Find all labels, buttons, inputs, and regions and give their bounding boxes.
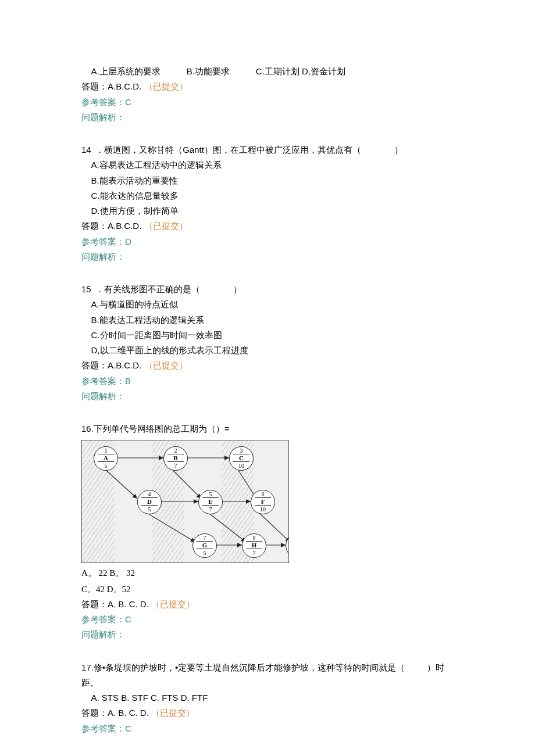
question-15: 15．有关线形图不正确的是（） A.与横道图的特点近似 B.能表达工程活动的逻辑…	[81, 282, 459, 404]
options-cd: C。42 D。52	[81, 582, 459, 597]
question-17: 17.修•条堤坝的护坡时，•定要等土堤自然沉降后才能修护坡，这种等待的时间就是（…	[81, 660, 459, 736]
network-node-C: 3C10	[229, 446, 254, 471]
optD: D,以二维平面上的线的形式表示工程进度	[81, 343, 459, 358]
submitted-flag: （已提交）	[144, 221, 188, 231]
ref-answer-line: 参考答案：C	[81, 721, 459, 736]
ref-answer-value: C	[125, 97, 131, 107]
optB: B.能表达工程活动的逻辑关系	[81, 313, 459, 328]
answer-prefix: 答题：A.B.C.D.	[81, 81, 141, 91]
network-node-G: 7G5	[192, 533, 217, 558]
analysis-label: 问题解析：	[81, 112, 125, 122]
ref-answer-label: 参考答案：	[81, 97, 125, 107]
analysis-line: 问题解析：	[81, 627, 459, 642]
analysis-line: 问题解析：	[81, 110, 459, 125]
question-13-options: A.上层系统的要求 B.功能要求 C.工期计划 D,资金计划	[81, 64, 459, 79]
question-16-stem: 16.下列单代号网络图的总工期为（）=	[81, 421, 459, 436]
answer-prefix: 答题：A.B.C.D.	[81, 221, 141, 231]
question-15-stem: 15．有关线形图不正确的是（）	[81, 282, 459, 297]
answer-line: 答题：A. B. C. D. （已提交）	[81, 705, 459, 721]
network-node-I: 9I10	[286, 533, 289, 558]
optB: B.能表示活动的重要性	[81, 173, 459, 188]
network-node-F: 6F10	[251, 490, 275, 514]
qstem: ．横道图，又称甘特（Gantt）图，在工程中被广泛应用，其优点有（	[95, 145, 361, 155]
network-node-A: 1A5	[94, 446, 118, 471]
question-17-options: A. STS B. STF C. FTS D. FTF	[81, 690, 459, 705]
submitted-flag: （已提交）	[144, 81, 188, 91]
answer-line: 答题：A. B. C. D. （已提交）	[81, 597, 459, 612]
network-diagram: 1A52B73C104D55E76F107G58H79I10	[81, 440, 289, 563]
ref-answer-line: 参考答案：D	[81, 234, 459, 249]
optC: C.分时间一距离图与时间一效率图	[81, 328, 459, 343]
ref-answer-line: 参考答案：C	[81, 612, 459, 627]
optD: D.使用方便，制作简单	[81, 203, 459, 218]
analysis-line: 问题解析：	[81, 249, 459, 264]
qnum: 14	[81, 145, 91, 155]
question-16: 16.下列单代号网络图的总工期为（）= 1A52B73C104D55E76F10…	[81, 421, 459, 643]
network-node-E: 5E7	[198, 490, 223, 514]
question-13: A.上层系统的要求 B.功能要求 C.工期计划 D,资金计划 答题：A.B.C.…	[81, 64, 459, 125]
ref-answer-line: 参考答案：C	[81, 95, 459, 110]
optC: C.能衣达的信息量较多	[81, 188, 459, 203]
optA: A.容易表达工程活动中的逻辑关系	[81, 157, 459, 173]
answer-line: 答题：A.B.C.D. （已提交）	[81, 358, 459, 373]
question-14-stem: 14．横道图，又称甘特（Gantt）图，在工程中被广泛应用，其优点有（）	[81, 142, 459, 157]
analysis-line: 问题解析：	[81, 389, 459, 404]
question-13-answer-line: 答题：A.B.C.D. （已提交）	[81, 79, 459, 94]
network-node-H: 8H7	[242, 533, 266, 558]
ref-answer-line: 参考答案：B	[81, 374, 459, 389]
network-node-B: 2B7	[163, 446, 188, 471]
options-ab: A。 22 B。 32	[81, 565, 459, 581]
optA: A.与横道图的特点近似	[81, 297, 459, 312]
answer-line: 答题：A.B.C.D. （已提交）	[81, 218, 459, 234]
question-17-stem: 17.修•条堤坝的护坡时，•定要等土堤自然沉降后才能修护坡，这种等待的时间就是（…	[81, 660, 459, 691]
question-14: 14．横道图，又称甘特（Gantt）图，在工程中被广泛应用，其优点有（） A.容…	[81, 142, 459, 264]
network-node-D: 4D5	[137, 490, 162, 514]
